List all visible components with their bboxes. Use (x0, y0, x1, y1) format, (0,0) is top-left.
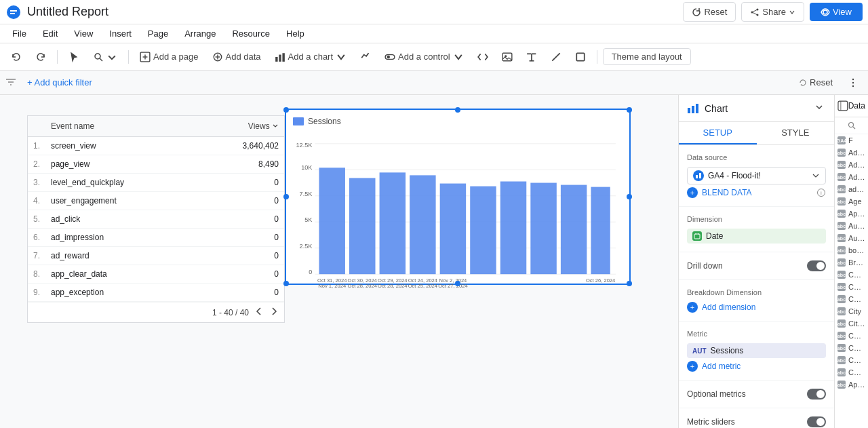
line-button[interactable] (545, 49, 567, 65)
more-options-button[interactable] (844, 73, 863, 92)
add-chart-button[interactable]: Add a chart (269, 49, 353, 65)
data-list-item[interactable]: abc Audie (835, 220, 868, 232)
svg-text:5K: 5K (304, 216, 312, 223)
share-button[interactable]: Share (741, 2, 804, 22)
data-list-item[interactable]: abc CM360 (835, 330, 868, 342)
table-row: 2. page_view 8,490 (28, 155, 284, 174)
drill-down-toggle[interactable] (807, 260, 826, 271)
filter-icon (5, 77, 16, 88)
canvas-area[interactable]: Event name Views 1. screen_view 3,640,40… (0, 95, 678, 428)
data-list-item[interactable]: abc City (835, 305, 868, 317)
data-list-item[interactable]: abc City ID (835, 317, 868, 330)
menu-arrange[interactable]: Arrange (178, 27, 222, 40)
image-button[interactable] (496, 49, 518, 65)
metric-chip[interactable]: AUT Sessions (687, 343, 826, 358)
metric-badge: abc (837, 173, 846, 181)
app-icon (5, 4, 22, 20)
resize-ml[interactable] (283, 194, 289, 199)
zoom-button[interactable] (87, 49, 123, 65)
resize-tr[interactable] (627, 107, 632, 113)
menu-resource[interactable]: Resource (225, 27, 277, 40)
tab-setup[interactable]: SETUP (679, 122, 757, 144)
data-list-item[interactable]: abc Ad un (835, 171, 868, 183)
panel-collapse-button[interactable] (812, 100, 826, 116)
data-list-item[interactable]: abc CM360 (835, 354, 868, 366)
metric-badge: abc (837, 149, 846, 157)
custom-widget-button[interactable] (355, 49, 376, 65)
filter-reset-button[interactable]: Reset (793, 75, 838, 90)
theme-layout-button[interactable]: Theme and layout (603, 48, 691, 65)
metric-sliders-label: Metric sliders (687, 417, 735, 427)
table-widget[interactable]: Event name Views 1. screen_view 3,640,40… (27, 115, 285, 323)
data-list-item[interactable]: abc App U (835, 378, 868, 391)
data-panel-search[interactable] (835, 117, 868, 134)
view-button[interactable]: View (810, 3, 863, 21)
data-list-item[interactable]: abc Age (835, 195, 868, 208)
data-source-row[interactable]: GA4 - Flood-it! (687, 167, 826, 184)
data-list-item[interactable]: abc Brows (835, 256, 868, 269)
data-list-item[interactable]: abc CM360 (835, 366, 868, 378)
dimension-chip[interactable]: Date (687, 229, 826, 244)
data-list-item[interactable]: abc Audie (835, 232, 868, 244)
data-list-item[interactable]: abc Chara (835, 293, 868, 305)
metric-badge: abc (837, 234, 846, 242)
data-list-item[interactable]: abc Ad fo (835, 147, 868, 159)
chart-widget[interactable]: Sessions 0 2.5K 5K 7.5K 10K 12.5K (285, 109, 631, 285)
table-pagination: 1 - 40 / 40 (28, 302, 284, 322)
menu-view[interactable]: View (67, 27, 100, 40)
reset-button[interactable]: Reset (683, 2, 736, 22)
data-list-item[interactable]: abc Ad so (835, 159, 868, 171)
code-button[interactable] (472, 49, 494, 65)
tab-style[interactable]: STYLE (757, 122, 835, 144)
metric-badge: abc (837, 295, 846, 303)
pointer-button[interactable] (63, 49, 85, 65)
data-list-item[interactable]: GA4 F (835, 134, 868, 147)
next-page-button[interactable] (269, 307, 279, 318)
data-list-item[interactable]: abc Camp (835, 269, 868, 281)
menu-file[interactable]: File (5, 27, 33, 40)
metric-badge: abc (837, 319, 846, 328)
data-list-item[interactable]: abc ad_fre (835, 183, 868, 195)
info-icon[interactable]: i (816, 188, 826, 197)
svg-rect-48 (500, 182, 526, 275)
shape-button[interactable] (570, 49, 591, 65)
add-control-button[interactable]: Add a control (379, 49, 469, 65)
add-metric-row[interactable]: + Add metric (687, 361, 826, 372)
prev-page-button[interactable] (254, 307, 264, 318)
text-button[interactable] (521, 49, 542, 65)
data-list-item[interactable]: abc CM360 (835, 342, 868, 354)
data-list-item[interactable]: abc board (835, 244, 868, 256)
right-panel: Chart SETUP STYLE Data source GA4 - Floo… (678, 95, 834, 428)
menu-page[interactable]: Page (141, 27, 175, 40)
col-views[interactable]: Views (199, 116, 284, 137)
event-name: level_end_quickplay (45, 174, 199, 192)
data-list-item[interactable]: abc App ve (835, 208, 868, 220)
resize-bl[interactable] (283, 281, 289, 286)
add-quick-filter-button[interactable]: + Add quick filter (22, 75, 98, 90)
menu-help[interactable]: Help (279, 27, 311, 40)
svg-rect-64 (692, 106, 694, 113)
menu-edit[interactable]: Edit (36, 27, 64, 40)
undo-button[interactable] (5, 49, 27, 65)
blend-data-row[interactable]: + BLEND DATA i (687, 187, 826, 198)
metric-badge: abc (837, 307, 846, 315)
resize-tl[interactable] (283, 107, 289, 113)
event-name: ad_impression (45, 229, 199, 247)
resize-mr[interactable] (627, 194, 632, 199)
data-list-item[interactable]: abc Camp (835, 281, 868, 293)
metric-badge: abc (837, 246, 846, 254)
menu-insert[interactable]: Insert (102, 27, 138, 40)
resize-bm[interactable] (455, 281, 460, 286)
add-page-button[interactable]: Add a page (134, 49, 204, 65)
optional-metrics-toggle[interactable] (807, 389, 826, 400)
metric-section: Metric AUT Sessions + Add metric (679, 322, 834, 381)
data-item-label: Ad fo (848, 149, 865, 157)
add-dimension-row[interactable]: + Add dimension (687, 302, 826, 313)
add-data-button[interactable]: Add data (207, 49, 267, 65)
resize-tm[interactable] (455, 107, 460, 113)
resize-br[interactable] (627, 281, 632, 286)
redo-button[interactable] (30, 49, 52, 65)
metric-sliders-toggle[interactable] (807, 416, 826, 427)
event-views: 0 (199, 247, 284, 265)
data-item-label: Ad so (848, 161, 865, 169)
